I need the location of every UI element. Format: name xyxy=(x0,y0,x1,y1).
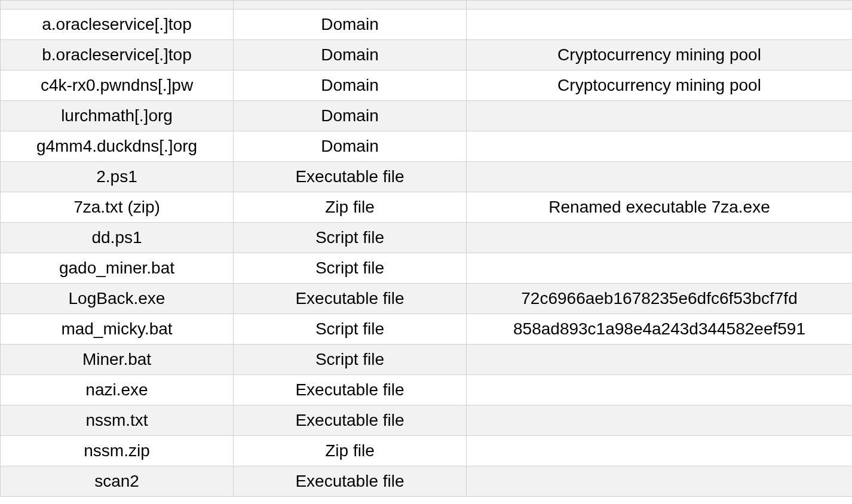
cell-detail xyxy=(467,466,853,497)
cell-type: Zip file xyxy=(234,436,467,466)
cell-type: Executable file xyxy=(234,405,467,436)
cell xyxy=(1,1,234,10)
cell-indicator: mad_micky.bat xyxy=(1,314,234,345)
cell-detail: 72c6966aeb1678235e6dfc6f53bcf7fd xyxy=(467,284,853,314)
cell-indicator: dd.ps1 xyxy=(1,223,234,253)
cell xyxy=(234,1,467,10)
table-row: nazi.exe Executable file xyxy=(1,375,853,405)
cell-detail xyxy=(467,375,853,405)
table-row: Miner.bat Script file xyxy=(1,345,853,375)
cell-detail xyxy=(467,101,853,131)
table-row: 7za.txt (zip) Zip file Renamed executabl… xyxy=(1,192,853,223)
cell-detail: Cryptocurrency mining pool xyxy=(467,40,853,70)
cell-type: Executable file xyxy=(234,284,467,314)
cell-indicator: nazi.exe xyxy=(1,375,234,405)
cell-indicator: nssm.zip xyxy=(1,436,234,466)
table-row: nssm.zip Zip file xyxy=(1,436,853,466)
cell-type: Script file xyxy=(234,345,467,375)
cell-indicator: g4mm4.duckdns[.]org xyxy=(1,131,234,162)
cell-detail xyxy=(467,223,853,253)
cell-indicator: 2.ps1 xyxy=(1,162,234,192)
cell-detail: Cryptocurrency mining pool xyxy=(467,70,853,101)
cell-indicator: c4k-rx0.pwndns[.]pw xyxy=(1,70,234,101)
cell-type: Domain xyxy=(234,101,467,131)
cell-type: Domain xyxy=(234,40,467,70)
cell-type: Executable file xyxy=(234,375,467,405)
cell-indicator: nssm.txt xyxy=(1,405,234,436)
table-row: mad_micky.bat Script file 858ad893c1a98e… xyxy=(1,314,853,345)
cell-type: Script file xyxy=(234,223,467,253)
table-row: b.oracleservice[.]top Domain Cryptocurre… xyxy=(1,40,853,70)
cell-type: Executable file xyxy=(234,466,467,497)
table-row-fragment xyxy=(1,1,853,10)
cell-detail xyxy=(467,10,853,40)
cell-type: Domain xyxy=(234,70,467,101)
cell-detail xyxy=(467,405,853,436)
table-row: LogBack.exe Executable file 72c6966aeb16… xyxy=(1,284,853,314)
table-row: 2.ps1 Executable file xyxy=(1,162,853,192)
cell-type: Domain xyxy=(234,10,467,40)
table-row: dd.ps1 Script file xyxy=(1,223,853,253)
cell-indicator: gado_miner.bat xyxy=(1,253,234,284)
table-row: g4mm4.duckdns[.]org Domain xyxy=(1,131,853,162)
cell-detail: Renamed executable 7za.exe xyxy=(467,192,853,223)
cell-indicator: 7za.txt (zip) xyxy=(1,192,234,223)
cell-detail xyxy=(467,162,853,192)
cell-type: Script file xyxy=(234,253,467,284)
table-row: scan2 Executable file xyxy=(1,466,853,497)
cell-detail xyxy=(467,436,853,466)
cell-indicator: scan2 xyxy=(1,466,234,497)
table-row: nssm.txt Executable file xyxy=(1,405,853,436)
cell-indicator: Miner.bat xyxy=(1,345,234,375)
cell-type: Script file xyxy=(234,314,467,345)
cell-detail xyxy=(467,345,853,375)
cell-detail xyxy=(467,253,853,284)
cell-detail: 858ad893c1a98e4a243d344582eef591 xyxy=(467,314,853,345)
table-row: gado_miner.bat Script file xyxy=(1,253,853,284)
ioc-table: a.oracleservice[.]top Domain b.oracleser… xyxy=(0,0,852,497)
cell-indicator: lurchmath[.]org xyxy=(1,101,234,131)
table-row: lurchmath[.]org Domain xyxy=(1,101,853,131)
table-row: c4k-rx0.pwndns[.]pw Domain Cryptocurrenc… xyxy=(1,70,853,101)
cell-indicator: a.oracleservice[.]top xyxy=(1,10,234,40)
cell-type: Executable file xyxy=(234,162,467,192)
cell-indicator: b.oracleservice[.]top xyxy=(1,40,234,70)
cell xyxy=(467,1,853,10)
cell-indicator: LogBack.exe xyxy=(1,284,234,314)
cell-type: Domain xyxy=(234,131,467,162)
table-row: a.oracleservice[.]top Domain xyxy=(1,10,853,40)
cell-detail xyxy=(467,131,853,162)
cell-type: Zip file xyxy=(234,192,467,223)
